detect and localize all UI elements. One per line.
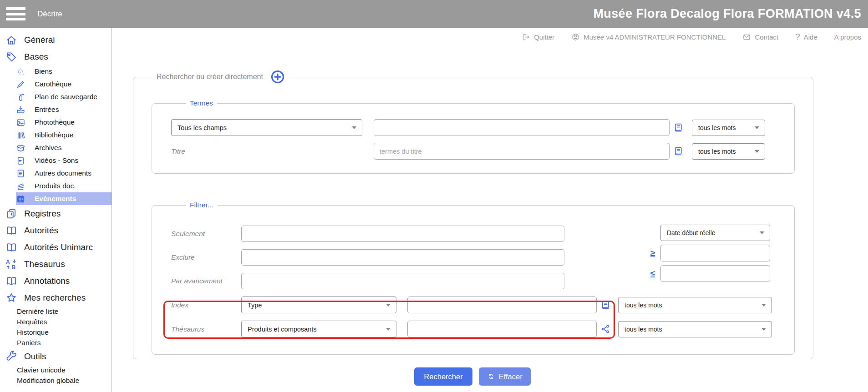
chevron-down-icon: [755, 150, 759, 153]
sidebar-item-paniers[interactable]: Paniers: [0, 337, 112, 348]
sidebar-item-bases[interactable]: Bases: [0, 48, 112, 65]
effacer-button[interactable]: Effacer: [479, 367, 531, 386]
chevron-down-icon: [760, 231, 764, 234]
fire-extinguisher-icon: [16, 92, 25, 102]
open-box-icon: [16, 143, 25, 153]
sidebar-item-label: Général: [24, 35, 55, 45]
date-gte-input[interactable]: [660, 245, 770, 261]
star-icon: [5, 292, 17, 304]
svg-text:B: B: [12, 264, 16, 270]
menu-icon[interactable]: [6, 7, 25, 20]
app-root: Décrire Musée Flora Decalog Flora FORMAT…: [0, 0, 868, 392]
refresh-icon: [487, 373, 495, 381]
add-button[interactable]: [270, 69, 285, 85]
sidebar-item-general[interactable]: Général: [0, 31, 112, 48]
aide-link[interactable]: ? Aide: [795, 32, 817, 42]
index-match-select[interactable]: tous les mots: [618, 297, 772, 313]
sidebar-item-autres-documents[interactable]: Autres documents: [16, 167, 112, 180]
sidebar-item-entrees[interactable]: Entrées: [16, 103, 112, 116]
sidebar-item-mes-recherches[interactable]: Mes recherches: [0, 289, 112, 306]
image-icon: [16, 118, 25, 127]
sidebar-item-label: Entrées: [35, 106, 59, 114]
sidebar-item-label: Evènements: [35, 195, 76, 203]
top-toolbar: Quitter Musée v4 ADMINISTRATEUR FONCTION…: [112, 28, 868, 46]
sidebar-item-derniere-liste[interactable]: Dernière liste: [0, 306, 112, 317]
exclure-label: Exclure: [171, 253, 241, 261]
sidebar-item-label: Bibliothèque: [35, 131, 73, 139]
index-type-select[interactable]: Type: [241, 297, 396, 313]
actions-bar: Rechercher Effacer: [133, 367, 812, 386]
termes-row-titre: Titre tous les mots: [171, 143, 794, 160]
titre-input[interactable]: [374, 143, 670, 160]
index-book-icon[interactable]: [673, 122, 684, 133]
logout-icon: [522, 33, 530, 41]
sidebar-item-outils[interactable]: Outils: [0, 348, 112, 365]
sidebar-item-historique[interactable]: Historique: [0, 327, 112, 337]
par-avancement-input[interactable]: [241, 273, 564, 289]
seulement-input[interactable]: [241, 226, 564, 242]
sidebar-item-autorites[interactable]: Autorités: [0, 222, 112, 239]
translate-icon: AB: [5, 258, 17, 270]
quitter-link[interactable]: Quitter: [522, 33, 554, 41]
user-account[interactable]: Musée v4 ADMINISTRATEUR FONCTIONNEL: [571, 33, 726, 41]
match-mode-select[interactable]: tous les mots: [692, 120, 765, 136]
svg-text:A: A: [6, 258, 10, 265]
sidebar-item-registres[interactable]: Registres: [0, 205, 112, 222]
index-book-icon[interactable]: [600, 300, 611, 310]
app-title: Musée Flora Decalog Flora FORMATION v4.5: [593, 7, 861, 21]
sidebar-item-modification-globale[interactable]: Modification globale: [0, 375, 112, 386]
contact-link[interactable]: Contact: [742, 33, 778, 41]
greater-equal-link[interactable]: ≥: [648, 248, 657, 258]
match-mode-select[interactable]: tous les mots: [692, 143, 765, 160]
sidebar-item-label: Annotations: [24, 276, 70, 286]
seulement-label: Seulement: [171, 230, 241, 238]
thesaurus-input[interactable]: [407, 321, 597, 337]
envelope-icon: [742, 33, 751, 41]
termes-section: Termes Tous les champs tous les mots: [152, 99, 795, 174]
contact-label: Contact: [755, 33, 778, 41]
exclure-input[interactable]: [241, 249, 564, 266]
sidebar-item-clavier-unicode[interactable]: Clavier unicode: [0, 365, 112, 375]
sidebar-item-plan-de-sauvegarde[interactable]: Plan de sauvegarde: [16, 90, 112, 103]
books-icon: [16, 131, 25, 140]
search-panel-title: Rechercher ou créer directement: [157, 73, 263, 81]
home-icon: [5, 34, 17, 46]
search-panel: Rechercher ou créer directement Termes T…: [133, 69, 813, 359]
wrench-icon: [5, 351, 17, 362]
chevron-down-icon: [761, 304, 766, 307]
sidebar-item-thesaurus[interactable]: AB Thesaurus: [0, 256, 112, 272]
document-icon: [16, 169, 25, 178]
date-type-select[interactable]: Date début réelle: [660, 225, 770, 241]
sidebar-item-label: Autres documents: [35, 169, 91, 177]
thesaurus-select[interactable]: Produits et composants: [241, 321, 396, 337]
sidebar-item-annotations[interactable]: Annotations: [0, 272, 112, 289]
date-lte-input[interactable]: [660, 265, 770, 282]
effacer-label: Effacer: [499, 372, 523, 381]
a-propos-label: A propos: [834, 33, 861, 41]
sidebar-item-archives[interactable]: Archives: [16, 141, 112, 154]
carrot-icon: [16, 80, 25, 89]
index-label: Index: [171, 301, 241, 309]
sidebar-item-bibliotheque[interactable]: Bibliothèque: [16, 129, 112, 141]
terms-input[interactable]: [374, 119, 670, 136]
share-nodes-icon[interactable]: [600, 324, 611, 334]
rechercher-button[interactable]: Rechercher: [414, 367, 472, 386]
sidebar-item-carotheque[interactable]: Carothèque: [16, 78, 112, 90]
chevron-down-icon: [386, 304, 391, 307]
index-input[interactable]: [407, 297, 597, 313]
sidebar-item-biens[interactable]: ♘ Biens: [16, 65, 112, 78]
sidebar-item-videos-sons[interactable]: Vidéos - Sons: [16, 154, 112, 167]
sidebar-item-phototheque[interactable]: Photothèque: [16, 116, 112, 129]
sidebar-item-produits-doc[interactable]: Produits doc.: [16, 180, 112, 192]
sidebar-item-evenements[interactable]: Evènements: [16, 192, 112, 205]
a-propos-link[interactable]: A propos: [834, 33, 861, 41]
less-equal-link[interactable]: ≤: [648, 269, 657, 279]
titre-label: Titre: [171, 147, 362, 156]
registers-icon: [5, 208, 17, 220]
search-panel-legend: Rechercher ou créer directement: [152, 69, 289, 85]
sidebar-item-autorites-unimarc[interactable]: Autorités Unimarc: [0, 239, 112, 256]
sidebar-item-requetes[interactable]: Requêtes: [0, 317, 112, 327]
field-select[interactable]: Tous les champs: [171, 119, 362, 136]
index-book-icon[interactable]: [673, 146, 684, 156]
thesaurus-match-select[interactable]: tous les mots: [618, 321, 772, 337]
